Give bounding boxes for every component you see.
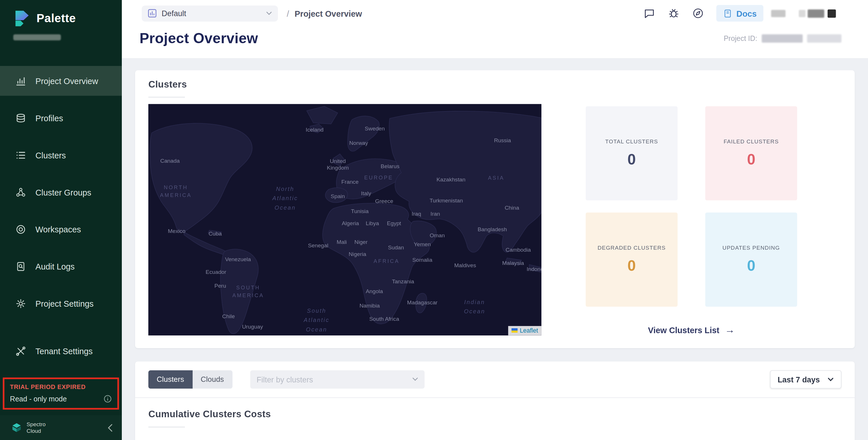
sidebar-item-audit-logs[interactable]: Audit Logs <box>0 251 122 281</box>
leaflet-label: Leaflet <box>520 327 538 334</box>
project-selector-value: Default <box>161 9 186 18</box>
tools-icon <box>15 345 26 356</box>
nodes-icon <box>15 187 26 197</box>
sidebar-item-label: Project Settings <box>35 298 94 308</box>
topbar: Default / Project Overview <box>122 0 868 27</box>
gear-icon <box>15 298 26 309</box>
costs-title: Cumulative Clusters Costs <box>148 409 841 427</box>
scope-tabs: ClustersClouds <box>148 370 232 388</box>
main-area: Default / Project Overview <box>122 0 868 440</box>
footer-brand-line1: Spectro <box>27 421 45 428</box>
redacted-user-area <box>771 9 836 18</box>
stat-label: DEGRADED CLUSTERS <box>597 245 665 251</box>
trial-title: TRIAL PERIOD EXPIRED <box>10 383 112 390</box>
clusters-card: Clusters <box>135 70 855 348</box>
redacted-block <box>808 9 824 18</box>
sidebar-item-label: Tenant Settings <box>35 346 93 356</box>
sidebar-nav: Project Overview Profiles Clusters Clust… <box>0 66 122 378</box>
project-selector-icon <box>148 9 157 18</box>
filter-row: ClustersClouds Last 7 days <box>135 362 855 398</box>
target-icon <box>15 224 26 235</box>
redacted-block <box>771 10 786 17</box>
view-clusters-list-link[interactable]: View Clusters List → <box>648 324 735 336</box>
sidebar-item-label: Project Overview <box>35 76 98 86</box>
project-id: Project ID: <box>724 34 841 42</box>
footer-brand-line2: Cloud <box>27 428 45 434</box>
clusters-filter-input[interactable] <box>257 375 412 384</box>
topbar-actions: Docs <box>631 5 868 22</box>
page-header: Project Overview Project ID: <box>122 27 868 58</box>
stat-tile-failed-clusters: FAILED CLUSTERS 0 <box>705 106 797 200</box>
sidebar-item-label: Clusters <box>35 150 66 160</box>
stat-tile-updates-pending: UPDATES PENDING 0 <box>705 213 797 307</box>
sidebar-item-project-overview[interactable]: Project Overview <box>0 66 122 96</box>
tab-clusters[interactable]: Clusters <box>148 370 192 388</box>
bug-icon[interactable] <box>668 7 680 19</box>
costs-section: Cumulative Clusters Costs <box>135 398 855 440</box>
info-icon[interactable] <box>103 395 112 403</box>
brand: Palette <box>0 0 122 28</box>
sidebar-item-label: Cluster Groups <box>35 187 91 197</box>
docs-label: Docs <box>736 9 757 18</box>
layers-icon <box>15 112 26 123</box>
stat-label: UPDATES PENDING <box>722 245 780 251</box>
page-title: Project Overview <box>140 30 258 47</box>
chevron-down-icon <box>267 11 272 15</box>
stat-value: 0 <box>627 151 636 168</box>
sidebar-footer: Spectro Cloud <box>0 415 122 440</box>
world-map-svg <box>148 104 541 335</box>
collapse-sidebar-button[interactable] <box>107 423 113 431</box>
chart-icon <box>15 75 26 86</box>
sidebar-item-label: Audit Logs <box>35 261 74 271</box>
stat-value: 0 <box>747 257 755 275</box>
page-content: Clusters <box>122 58 868 440</box>
clusters-card-title: Clusters <box>148 79 841 97</box>
sidebar-item-cluster-groups[interactable]: Cluster Groups <box>0 177 122 207</box>
stat-label: TOTAL CLUSTERS <box>605 138 658 145</box>
redacted-tenant-name <box>13 34 61 40</box>
leaflet-attribution[interactable]: Leaflet <box>508 326 541 336</box>
sidebar-footer-brand: Spectro Cloud <box>27 421 45 434</box>
compass-icon[interactable] <box>692 7 704 19</box>
spectro-cloud-logo-icon <box>11 422 22 433</box>
sidebar-item-profiles[interactable]: Profiles <box>0 103 122 133</box>
app-root: Palette Project Overview Profiles Cluste… <box>0 0 868 440</box>
brand-name: Palette <box>37 11 76 25</box>
project-id-label: Project ID: <box>724 34 757 42</box>
doc-search-icon <box>15 261 26 272</box>
sidebar-item-project-settings[interactable]: Project Settings <box>0 288 122 318</box>
sidebar-item-workspaces[interactable]: Workspaces <box>0 214 122 244</box>
project-selector[interactable]: Default <box>142 5 278 21</box>
view-clusters-list-label: View Clusters List <box>648 325 719 335</box>
sidebar-item-label: Workspaces <box>35 224 81 234</box>
stat-value: 0 <box>627 257 636 275</box>
tab-clouds[interactable]: Clouds <box>192 370 232 388</box>
redacted-block <box>828 9 836 18</box>
redacted-project-id <box>807 34 841 42</box>
breadcrumb-current: Project Overview <box>294 9 362 18</box>
sidebar-item-tenant-settings[interactable]: Tenant Settings <box>0 336 122 366</box>
trial-subtitle: Read - only mode <box>10 395 67 403</box>
chat-icon[interactable] <box>643 7 655 19</box>
date-range-selector[interactable]: Last 7 days <box>770 370 841 388</box>
sidebar-item-clusters[interactable]: Clusters <box>0 140 122 170</box>
world-map[interactable]: IcelandSwedenNorwayRussiaCanadaUnited Ki… <box>148 104 541 335</box>
trial-banner: TRIAL PERIOD EXPIRED Read - only mode <box>3 378 119 409</box>
chevron-down-icon <box>828 377 834 381</box>
date-range-value: Last 7 days <box>778 375 820 384</box>
ukraine-flag-icon <box>512 328 518 333</box>
stat-label: FAILED CLUSTERS <box>724 138 779 145</box>
palette-logo-icon <box>12 9 31 28</box>
breadcrumb-separator: / <box>287 9 289 18</box>
sidebar: Palette Project Overview Profiles Cluste… <box>0 0 122 440</box>
stats-grid: TOTAL CLUSTERS 0 FAILED CLUSTERS 0 DEGRA… <box>586 106 797 307</box>
sidebar-item-label: Profiles <box>35 113 63 123</box>
costs-card: ClustersClouds Last 7 days <box>135 362 855 440</box>
arrow-right-icon: → <box>725 324 735 336</box>
stat-tile-total-clusters: TOTAL CLUSTERS 0 <box>586 106 678 200</box>
list-icon <box>15 150 26 160</box>
clusters-filter[interactable] <box>250 370 424 388</box>
book-icon <box>723 9 733 18</box>
stat-value: 0 <box>747 151 755 168</box>
docs-button[interactable]: Docs <box>716 5 764 22</box>
